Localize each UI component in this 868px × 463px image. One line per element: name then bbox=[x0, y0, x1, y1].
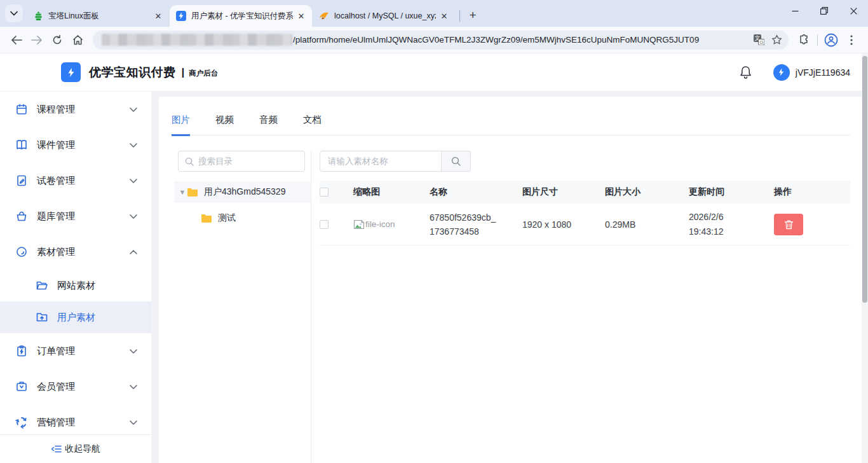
directory-tree: ▼ 用户43hGmd545329 测试 bbox=[174, 181, 311, 229]
tab-audio[interactable]: 音频 bbox=[259, 114, 278, 135]
tab-title: 用户素材 - 优学宝知识付费系统 bbox=[191, 11, 293, 22]
tab-title: localhost / MySQL / uxue_xyz bbox=[334, 11, 436, 20]
order-clipboard-icon bbox=[15, 345, 28, 357]
directory-search-input[interactable] bbox=[198, 156, 298, 166]
sidebar-item-material[interactable]: 素材管理 bbox=[0, 234, 151, 270]
directory-search-box[interactable] bbox=[178, 151, 305, 172]
exam-paper-icon bbox=[15, 174, 28, 187]
sidebar-item-orders[interactable]: 订单管理 bbox=[0, 333, 151, 369]
translate-icon[interactable]: 文G bbox=[750, 31, 768, 49]
reload-button[interactable] bbox=[47, 30, 67, 50]
tab-document[interactable]: 文档 bbox=[303, 114, 322, 135]
material-search-input[interactable] bbox=[320, 151, 442, 172]
collapse-nav-icon bbox=[51, 445, 62, 453]
marketing-recycle-icon bbox=[15, 416, 28, 429]
profile-avatar-icon[interactable] bbox=[821, 30, 841, 50]
sidebar-item-label: 会员管理 bbox=[37, 381, 75, 393]
page-scrollbar[interactable] bbox=[862, 53, 868, 463]
brand-divider: | bbox=[182, 66, 185, 79]
tree-node-label[interactable]: 测试 bbox=[218, 212, 236, 224]
close-window-button[interactable] bbox=[839, 0, 868, 22]
tree-node-child[interactable]: 测试 bbox=[174, 207, 311, 229]
material-list-panel: 缩略图 名称 图片尺寸 图片大小 更新时间 操作 file-icon bbox=[311, 151, 850, 463]
url-text[interactable]: /platform/home/eUlmUmlJQWNacGV0eTFML2J3Z… bbox=[293, 35, 750, 45]
tree-node-root[interactable]: ▼ 用户43hGmd545329 bbox=[174, 181, 311, 203]
material-type-tabs: 图片 视频 音频 文档 bbox=[172, 97, 850, 135]
browser-tab-phpmyadmin[interactable]: localhost / MySQL / uxue_xyz ✕ bbox=[313, 5, 455, 27]
directory-panel: ▼ 用户43hGmd545329 测试 bbox=[172, 151, 311, 463]
chevron-down-icon bbox=[130, 179, 137, 183]
thumbnail-alt-text: file-icon bbox=[365, 219, 395, 229]
sidebar-item-label: 用户素材 bbox=[57, 312, 95, 324]
sidebar-item-question-bank[interactable]: 题库管理 bbox=[0, 198, 151, 234]
delete-button[interactable] bbox=[774, 214, 803, 235]
home-button[interactable] bbox=[67, 30, 88, 50]
browser-tab-baota[interactable]: 宝塔Linux面板 ✕ bbox=[27, 5, 169, 27]
basket-icon bbox=[15, 210, 28, 223]
trash-icon bbox=[784, 219, 794, 230]
material-search-button[interactable] bbox=[442, 151, 471, 172]
minimize-button[interactable] bbox=[780, 0, 810, 22]
brand-subtitle: 商户后台 bbox=[189, 69, 218, 78]
tab-image[interactable]: 图片 bbox=[172, 114, 190, 136]
collapse-nav-button[interactable]: 收起导航 bbox=[0, 434, 151, 463]
tab-close-icon[interactable]: ✕ bbox=[438, 10, 450, 22]
row-checkbox[interactable] bbox=[320, 220, 329, 229]
chevron-down-icon bbox=[130, 349, 137, 354]
baota-icon bbox=[33, 11, 43, 21]
forward-button[interactable] bbox=[27, 30, 47, 50]
brand-title: 优学宝知识付费 bbox=[89, 64, 176, 81]
col-size: 图片大小 bbox=[605, 186, 689, 198]
caret-down-icon[interactable]: ▼ bbox=[178, 188, 187, 196]
tab-video[interactable]: 视频 bbox=[215, 114, 234, 135]
username-text[interactable]: jVFJjE119634 bbox=[796, 67, 850, 78]
col-thumbnail: 缩略图 bbox=[353, 186, 430, 198]
sidebar-item-site-material[interactable]: 网站素材 bbox=[0, 270, 151, 301]
sidebar-item-label: 课件管理 bbox=[37, 139, 75, 151]
back-button[interactable] bbox=[6, 30, 27, 50]
tab-close-icon[interactable]: ✕ bbox=[295, 10, 307, 22]
folder-open-icon bbox=[36, 279, 48, 292]
sidebar-item-course[interactable]: 课程管理 bbox=[0, 92, 151, 127]
app-header: 优学宝知识付费 | 商户后台 jVFJjE119634 bbox=[0, 53, 868, 92]
tab-search-button[interactable] bbox=[5, 4, 23, 22]
sidebar-item-label: 课程管理 bbox=[37, 104, 75, 116]
lightning-favicon bbox=[176, 11, 186, 21]
toolbar-separator bbox=[817, 34, 818, 46]
scrollbar-thumb[interactable] bbox=[862, 56, 867, 303]
search-icon bbox=[451, 156, 461, 166]
table-header-row: 缩略图 名称 图片尺寸 图片大小 更新时间 操作 bbox=[320, 181, 850, 204]
table-row: file-icon 67850f52639cb_1736773458 1920 … bbox=[320, 204, 850, 245]
browser-menu-icon[interactable] bbox=[841, 30, 862, 50]
user-avatar[interactable] bbox=[773, 64, 790, 81]
sidebar-item-user-material[interactable]: 用户素材 bbox=[0, 301, 151, 333]
collapse-nav-label: 收起导航 bbox=[65, 443, 100, 455]
restore-button[interactable] bbox=[810, 0, 839, 22]
notification-bell-icon[interactable] bbox=[740, 66, 752, 79]
browser-tab-material[interactable]: 用户素材 - 优学宝知识付费系统 ✕ bbox=[170, 5, 312, 27]
new-tab-button[interactable]: + bbox=[464, 6, 482, 24]
phpmyadmin-icon bbox=[319, 11, 329, 21]
chevron-down-icon bbox=[130, 107, 137, 112]
book-icon bbox=[15, 139, 28, 151]
chevron-down-icon bbox=[130, 143, 137, 148]
col-actions: 操作 bbox=[774, 186, 850, 198]
col-dimensions: 图片尺寸 bbox=[522, 186, 605, 198]
tree-node-label[interactable]: 用户43hGmd545329 bbox=[204, 186, 285, 198]
address-bar[interactable]: /platform/home/eUlmUmlJQWNacGV0eTFML2J3Z… bbox=[93, 31, 789, 50]
material-table: 缩略图 名称 图片尺寸 图片大小 更新时间 操作 file-icon bbox=[320, 181, 850, 245]
tab-close-icon[interactable]: ✕ bbox=[153, 10, 164, 22]
sidebar-item-exam[interactable]: 试卷管理 bbox=[0, 163, 151, 198]
sidebar-item-members[interactable]: 会员管理 bbox=[0, 369, 151, 404]
bookmark-star-icon[interactable] bbox=[768, 31, 785, 49]
sidebar-item-courseware[interactable]: 课件管理 bbox=[0, 127, 151, 163]
content-area: 图片 视频 音频 文档 ▼ 用户43hGmd545329 bbox=[151, 92, 868, 463]
chevron-down-icon bbox=[10, 11, 18, 16]
folder-upload-icon bbox=[36, 311, 48, 324]
extensions-icon[interactable] bbox=[794, 30, 814, 50]
select-all-checkbox[interactable] bbox=[320, 188, 329, 197]
svg-text:G: G bbox=[759, 39, 763, 45]
browser-toolbar: /platform/home/eUlmUmlJQWNacGV0eTFML2J3Z… bbox=[0, 27, 868, 53]
sidebar-item-label: 素材管理 bbox=[37, 246, 75, 258]
tab-separator bbox=[459, 10, 460, 22]
